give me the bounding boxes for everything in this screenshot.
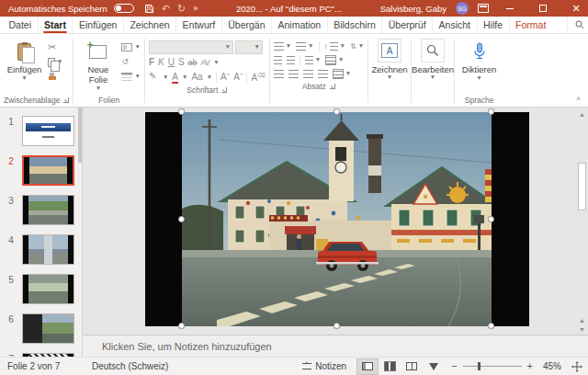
- align-text-button[interactable]: ▼: [325, 54, 344, 66]
- paragraph-dialog-launcher-icon[interactable]: [330, 84, 335, 89]
- tab-ueberpruefen[interactable]: Überprüf: [381, 17, 432, 33]
- ribbon-display-options-icon[interactable]: [478, 4, 489, 13]
- maximize-button[interactable]: [531, 0, 555, 17]
- selection-handle-mid-left[interactable]: [178, 216, 185, 222]
- scrollbar-thumb[interactable]: [578, 163, 586, 210]
- tab-ansicht[interactable]: Ansicht: [432, 17, 476, 33]
- text-direction-button[interactable]: ⇅▼: [350, 40, 364, 52]
- slide[interactable]: [145, 112, 529, 326]
- selection-handle-mid-right[interactable]: [488, 216, 494, 222]
- paste-button[interactable]: Einfügen ▼: [4, 37, 45, 81]
- selection-handle-top-right[interactable]: [488, 108, 494, 115]
- notes-toggle-button[interactable]: Notizen: [299, 359, 350, 373]
- slide-3-thumbnail[interactable]: [22, 195, 74, 225]
- tab-entwurf[interactable]: Entwurf: [175, 17, 221, 33]
- justify-button[interactable]: [318, 68, 328, 80]
- increase-indent-button[interactable]: [287, 54, 295, 66]
- align-center-button[interactable]: [288, 68, 299, 80]
- tab-hilfe[interactable]: Hilfe: [477, 17, 509, 33]
- clear-formatting-button[interactable]: A⌫: [251, 72, 265, 83]
- normal-view-button[interactable]: [356, 358, 379, 375]
- reset-button[interactable]: ↺: [121, 56, 140, 68]
- slide-2-thumbnail[interactable]: [22, 155, 74, 186]
- font-dialog-launcher-icon[interactable]: [221, 87, 227, 93]
- slide-sorter-view-button[interactable]: [379, 358, 401, 375]
- collapse-ribbon-icon[interactable]: ˄: [576, 95, 581, 103]
- selection-handle-top-center[interactable]: [334, 108, 340, 115]
- previous-slide-button[interactable]: ▲: [579, 317, 585, 324]
- notes-pane[interactable]: Klicken Sie, um Notizen hinzuzufügen: [83, 335, 588, 357]
- slide-5-thumbnail[interactable]: [22, 274, 74, 304]
- align-left-button[interactable]: [274, 68, 284, 80]
- slide-4-thumbnail[interactable]: [22, 234, 74, 265]
- underline-button[interactable]: U: [168, 58, 175, 67]
- selection-handle-top-left[interactable]: [178, 108, 185, 115]
- font-size-combobox[interactable]: ▼: [235, 40, 263, 54]
- scroll-up-icon[interactable]: ▲: [577, 109, 587, 119]
- slide-indicator[interactable]: Folie 2 von 7: [7, 361, 92, 371]
- slide-1-thumbnail[interactable]: [22, 116, 74, 146]
- tab-bildschirmpraesentation[interactable]: Bildschirn: [327, 17, 382, 33]
- undo-icon[interactable]: ↶: [162, 4, 170, 14]
- bold-button[interactable]: F: [149, 58, 154, 67]
- format-painter-button[interactable]: [48, 71, 62, 83]
- columns-button[interactable]: ▼: [305, 54, 321, 66]
- decrease-indent-button[interactable]: [274, 54, 282, 66]
- font-name-combobox[interactable]: ▼: [149, 40, 233, 54]
- language-indicator[interactable]: Deutsch (Schweiz): [92, 361, 168, 371]
- grow-font-button[interactable]: A˄: [220, 72, 230, 82]
- italic-button[interactable]: K: [158, 58, 164, 67]
- numbering-button[interactable]: ▼: [296, 40, 313, 52]
- zoom-level[interactable]: 45%: [539, 361, 561, 371]
- dictate-button[interactable]: Diktieren ▼: [458, 37, 500, 81]
- zoom-slider-thumb[interactable]: [478, 362, 481, 370]
- canvas-scrollbar[interactable]: ▲ ▲ ▼: [577, 109, 587, 333]
- layout-button[interactable]: ▼: [121, 41, 140, 53]
- clipboard-dialog-launcher-icon[interactable]: [63, 97, 69, 103]
- tab-format[interactable]: Format: [509, 17, 552, 33]
- bullets-button[interactable]: ▼: [274, 40, 291, 52]
- fit-slide-to-window-icon[interactable]: [571, 361, 582, 372]
- selection-handle-bottom-center[interactable]: [334, 323, 340, 329]
- tab-start[interactable]: Start: [38, 17, 73, 33]
- redo-icon[interactable]: ↻: [177, 4, 186, 14]
- line-spacing-button[interactable]: ↕▼: [324, 40, 345, 52]
- slide-7-thumbnail[interactable]: [22, 353, 74, 357]
- highlighter-button[interactable]: [149, 73, 159, 82]
- zoom-slider[interactable]: [463, 366, 522, 367]
- search-box[interactable]: Suchen: [567, 17, 588, 33]
- slideshow-button[interactable]: [423, 358, 445, 375]
- reading-view-button[interactable]: [401, 358, 423, 375]
- close-button[interactable]: ✕: [564, 0, 588, 17]
- strikethrough-button[interactable]: ab: [188, 59, 198, 67]
- zoom-in-button[interactable]: +: [527, 361, 533, 371]
- editing-group-button[interactable]: Bearbeiten ▼: [413, 35, 453, 107]
- thumbnail-scrollbar[interactable]: [78, 108, 82, 163]
- smartart-convert-button[interactable]: ▼: [333, 68, 351, 80]
- cut-button[interactable]: ✂: [48, 41, 62, 53]
- section-button[interactable]: ▼: [121, 71, 140, 83]
- autosave-toggle[interactable]: [114, 4, 134, 13]
- tab-einfuegen[interactable]: Einfügen: [72, 17, 122, 33]
- new-slide-button[interactable]: Neue Folie ▼: [77, 37, 119, 91]
- shadow-button[interactable]: S: [178, 58, 185, 67]
- tab-animationen[interactable]: Animation: [271, 17, 327, 33]
- drawing-group-button[interactable]: A Zeichnen ▼: [369, 35, 410, 107]
- character-spacing-button[interactable]: AV: [201, 59, 210, 67]
- selection-handle-bottom-left[interactable]: [178, 323, 185, 329]
- shrink-font-button[interactable]: A˅: [233, 72, 243, 82]
- selection-handle-bottom-right[interactable]: [488, 323, 494, 329]
- slide-6-thumbnail[interactable]: [22, 313, 74, 344]
- avatar[interactable]: SG: [456, 2, 469, 15]
- font-color-button[interactable]: A: [172, 73, 178, 82]
- tab-datei[interactable]: Datei: [3, 17, 38, 33]
- tab-zeichnen[interactable]: Zeichnen: [123, 17, 175, 33]
- zoom-out-button[interactable]: −: [451, 361, 457, 371]
- align-right-button[interactable]: [303, 68, 313, 80]
- tab-uebergaenge[interactable]: Übergän: [221, 17, 271, 33]
- next-slide-button[interactable]: ▼: [579, 326, 585, 333]
- change-case-button[interactable]: Aa: [191, 73, 202, 82]
- minimize-button[interactable]: [498, 0, 522, 17]
- slide-photo[interactable]: [182, 112, 492, 326]
- qat-overflow-icon[interactable]: »: [193, 5, 198, 13]
